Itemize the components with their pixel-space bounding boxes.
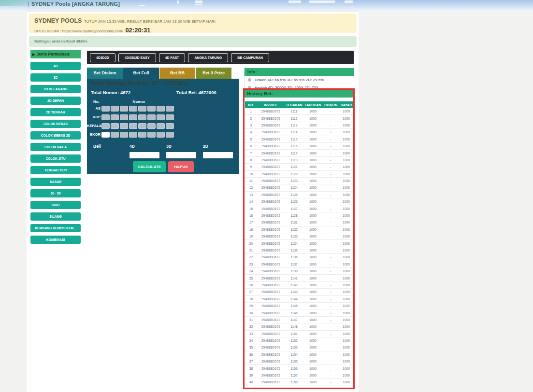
grid-cell-input[interactable] <box>166 106 174 112</box>
sidebar-item-tengah-tepi[interactable]: TENGAH TEPI <box>30 166 81 174</box>
game-nav-angka-tarung[interactable]: ANGKA TARUNG <box>188 53 228 62</box>
grid-cell-input[interactable] <box>129 114 137 120</box>
sidebar-header-label: Jenis Permainan: <box>36 52 70 56</box>
grid-cell-input[interactable] <box>147 114 156 120</box>
grid-cell-input[interactable] <box>147 106 156 112</box>
grid-cell-input[interactable] <box>147 123 156 129</box>
table-cell: 1000 <box>339 193 353 196</box>
table-cell: 40 <box>245 380 257 384</box>
sidebar-item-4d[interactable]: 4D <box>30 62 81 70</box>
page-title-text: SYDNEY Pools [ANGKA TARUNG] <box>31 1 120 7</box>
grid-cell-input[interactable] <box>138 123 146 129</box>
table-cell: 20 <box>245 242 257 245</box>
buy-input-2d[interactable] <box>203 152 233 158</box>
sidebar-item-2d-depan[interactable]: 2D DEPAN <box>30 97 81 105</box>
table-cell: 1133 <box>285 235 303 238</box>
grid-cell-input[interactable] <box>120 114 128 120</box>
table-row: 14294888D67211261000-1000 <box>245 198 353 205</box>
table-cell: 1000 <box>339 117 353 120</box>
sidebar-item-2d-belakang[interactable]: 2D BELAKANG <box>30 85 81 93</box>
grid-cell-input[interactable] <box>111 123 119 129</box>
grid-row-label: EKOR <box>87 132 101 137</box>
grid-cell-input[interactable] <box>157 106 165 112</box>
grid-cell-input[interactable] <box>120 132 128 138</box>
sidebar-item-kembang-kempis-kem[interactable]: KEMBANG KEMPIS KEM... <box>30 224 81 232</box>
calculate-button[interactable]: CALCULATE <box>133 161 166 172</box>
beli-label: Beli <box>93 144 101 149</box>
grid-cell-input[interactable] <box>101 132 110 138</box>
grid-cell-input[interactable] <box>157 114 165 120</box>
table-cell: 294888D672 <box>257 311 285 315</box>
table-cell: - <box>322 255 339 259</box>
top-nav-link-cropped[interactable] <box>288 0 301 3</box>
sidebar-item-shio[interactable]: SHIO <box>30 201 81 209</box>
hapus-button[interactable]: HAPUS <box>168 161 194 172</box>
table-cell: 1127 <box>285 207 303 210</box>
game-nav-4d3d2d[interactable]: 4D3D2D <box>90 53 115 62</box>
grid-cell-input[interactable] <box>129 123 137 129</box>
grid-cell-input[interactable] <box>166 114 174 120</box>
sidebar-item-50-50[interactable]: 50 - 50 <box>30 189 81 197</box>
game-nav-4d-3d-2d-easy[interactable]: 4D/3D/2D EASY <box>118 53 156 62</box>
grid-cell-input[interactable] <box>129 132 137 138</box>
sidebar-item-silang[interactable]: SILANG <box>30 212 81 221</box>
table-cell: 1000 <box>303 144 322 148</box>
table-row: 39294888D67211571000-1000 <box>245 372 353 379</box>
sidebar-item-colok-bebas[interactable]: COLOK BEBAS <box>30 120 81 128</box>
sidebar-item-3d[interactable]: 3D <box>30 73 81 82</box>
grid-cell-input[interactable] <box>101 123 110 129</box>
grid-cell-input[interactable] <box>138 106 146 112</box>
grid-cell-input[interactable] <box>101 114 110 120</box>
sidebar-item-2d-tengah[interactable]: 2D TENGAH <box>30 108 81 116</box>
table-cell: - <box>322 346 339 349</box>
sidebar-item-kombinasi[interactable]: KOMBINASI <box>30 236 81 244</box>
buy-input-3d[interactable] <box>166 152 196 158</box>
table-cell: 1000 <box>303 193 322 196</box>
grid-cell-input[interactable] <box>120 123 128 129</box>
sidebar-item-colok-jitu[interactable]: COLOK JITU <box>30 154 81 163</box>
grid-cell-input[interactable] <box>166 123 174 129</box>
table-row: 1294888D67211111000-1000 <box>245 108 353 115</box>
top-nav-link-cropped[interactable] <box>345 0 353 3</box>
grid-cell-input[interactable] <box>138 132 146 138</box>
table-cell: 294888D672 <box>257 186 285 189</box>
table-cell: 1000 <box>339 277 353 280</box>
grid-cell-input[interactable] <box>111 114 119 120</box>
buy-input-4d[interactable] <box>130 152 159 158</box>
game-nav-4d-fast[interactable]: 4D FAST <box>159 53 186 62</box>
table-cell: 1157 <box>285 374 303 377</box>
tab-bet-3-prize[interactable]: Bet 3 Prize <box>196 68 231 79</box>
sidebar-item-colok-naga[interactable]: COLOK NAGA <box>30 143 81 151</box>
grid-cell-input[interactable] <box>147 132 156 138</box>
table-cell: 1000 <box>339 186 353 189</box>
grid-cell-input[interactable] <box>111 106 119 112</box>
grid-cell-input[interactable] <box>120 106 128 112</box>
game-nav-bb-campuran[interactable]: BB CAMPURAN <box>231 53 269 62</box>
grid-cell-input[interactable] <box>101 106 110 112</box>
grid-cell-input[interactable] <box>111 132 119 138</box>
top-nav-link-cropped[interactable] <box>195 0 202 3</box>
info-card: Info: Diskon 4D: 66.5% 3D: 59.5% 2D: 29.… <box>244 68 354 92</box>
top-nav-link-cropped[interactable] <box>309 0 335 3</box>
tab-bet-diskon[interactable]: Bet Diskon <box>87 68 123 79</box>
grid-cell-input[interactable] <box>138 114 146 120</box>
tab-bet-full[interactable]: Bet Full <box>123 68 159 79</box>
table-cell: 1122 <box>285 172 303 176</box>
top-nav-link-cropped[interactable] <box>177 0 179 4</box>
total-bet: Total Bet: 4672000 <box>176 90 216 95</box>
tab-bet-bb[interactable]: Bet BB <box>159 68 195 79</box>
grid-cell-input[interactable] <box>157 132 165 138</box>
sidebar-item-colok-bebas-2d[interactable]: COLOK BEBAS 2D <box>30 131 81 140</box>
table-cell: - <box>322 221 339 224</box>
table-cell: 1000 <box>303 297 322 301</box>
grid-cell-input[interactable] <box>157 123 165 129</box>
grid-cell-input[interactable] <box>166 132 174 138</box>
grid-row-ekor: EKOR <box>87 131 174 138</box>
table-cell: 36 <box>245 353 257 356</box>
grid-row-label: KOP <box>87 115 101 119</box>
table-cell: 294888D672 <box>257 255 285 259</box>
page-root: |SYDNEY Pools [ANGKA TARUNG] SYDNEY POOL… <box>0 0 533 392</box>
grid-cell-input[interactable] <box>129 106 137 112</box>
sidebar-item-dasar[interactable]: DASAR <box>30 178 81 186</box>
table-cell: - <box>322 214 339 217</box>
